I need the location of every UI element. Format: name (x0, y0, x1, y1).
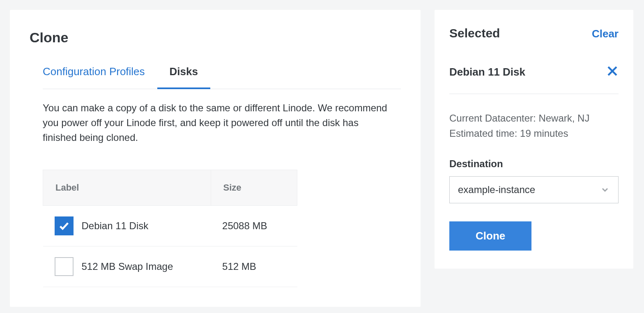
clear-button[interactable]: Clear (592, 28, 619, 40)
destination-value: example-instance (458, 184, 535, 196)
disk-size: 512 MB (211, 246, 297, 287)
disk-checkbox[interactable] (55, 257, 74, 276)
remove-selected-button[interactable] (606, 65, 619, 79)
col-label: Label (43, 170, 211, 206)
selected-disk-label: Debian 11 Disk (449, 66, 525, 78)
disks-description: You can make a copy of a disk to the sam… (43, 101, 388, 145)
table-row: 512 MB Swap Image 512 MB (43, 246, 297, 287)
page-title: Clone (30, 30, 401, 46)
close-icon (606, 65, 619, 77)
disk-size: 25088 MB (211, 206, 297, 246)
destination-label: Destination (449, 158, 619, 170)
table-row: Debian 11 Disk 25088 MB (43, 206, 297, 246)
destination-select[interactable]: example-instance (449, 176, 619, 203)
clone-panel: Clone Configuration Profiles Disks You c… (10, 10, 421, 307)
chevron-down-icon (600, 185, 610, 195)
disk-checkbox[interactable] (55, 216, 74, 235)
tab-configuration-profiles[interactable]: Configuration Profiles (43, 65, 145, 89)
selected-disk-item: Debian 11 Disk (449, 65, 619, 94)
selected-panel: Selected Clear Debian 11 Disk Current Da… (435, 10, 633, 269)
disk-label: 512 MB Swap Image (82, 261, 173, 272)
disk-label: Debian 11 Disk (82, 220, 149, 232)
datacenter-info: Current Datacenter: Newark, NJ (449, 110, 619, 126)
col-size: Size (211, 170, 297, 206)
check-icon (58, 220, 70, 232)
tabs: Configuration Profiles Disks (43, 65, 401, 89)
estimated-time-info: Estimated time: 19 minutes (449, 126, 619, 141)
selected-title: Selected (449, 26, 500, 40)
clone-button[interactable]: Clone (449, 221, 531, 251)
tab-disks[interactable]: Disks (170, 65, 198, 89)
disks-table: Label Size Debian 11 Disk 25088 MB (43, 170, 297, 287)
